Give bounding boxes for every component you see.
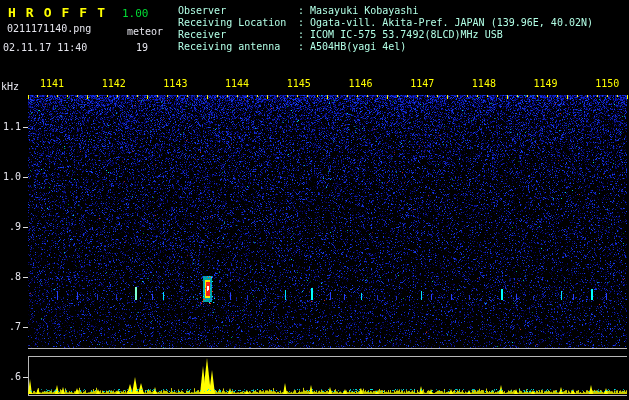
spectrogram-canvas xyxy=(0,0,629,400)
hrofft-app-window: HROFFT 1.00 0211171140.png meteor 02.11.… xyxy=(0,0,629,400)
